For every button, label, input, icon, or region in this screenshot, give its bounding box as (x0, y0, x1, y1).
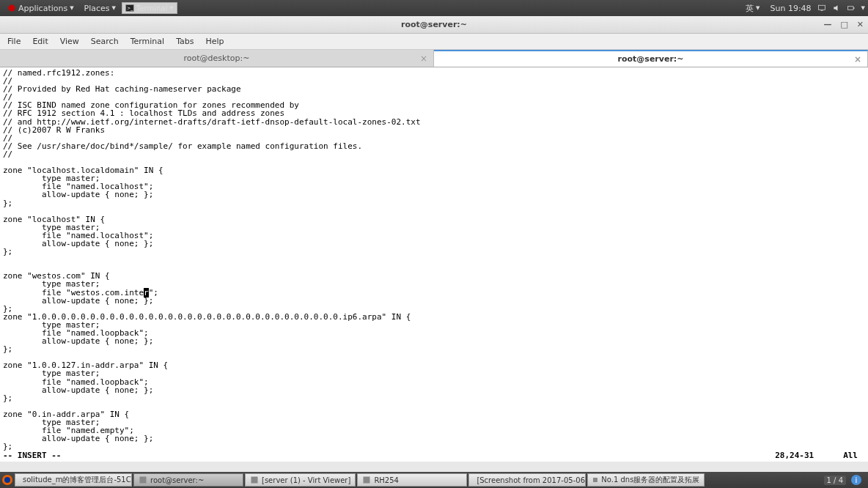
chevron-down-icon: ▼ (861, 5, 865, 11)
tab-label: root@server:~ (618, 54, 684, 64)
svg-text:i: i (856, 476, 858, 484)
svg-rect-14 (593, 478, 597, 482)
terminal-tabs: root@desktop:~×root@server:~× (0, 50, 868, 67)
menu-help[interactable]: Help (202, 35, 229, 48)
terminal-tab[interactable]: root@server:~× (434, 50, 868, 67)
chevron-down-icon: ▼ (112, 5, 116, 11)
terminal-icon (139, 476, 147, 484)
taskbar-item[interactable]: RH254 (357, 473, 467, 487)
vim-statusline: -- INSERT -- 28,24-31 All (0, 451, 868, 462)
svg-rect-11 (251, 477, 258, 484)
workspace-pager[interactable]: 1 / 4 (824, 476, 846, 485)
terminal-line: zone "1.0.0.127.in-addr.arpa" IN { (3, 361, 865, 369)
taskbar-item-label: RH254 (374, 476, 399, 484)
terminal-line: }; (3, 394, 865, 402)
vim-position: 28,24-31 (775, 451, 814, 462)
taskbar-item[interactable]: [server (1) - Virt Viewer] (245, 473, 356, 487)
terminal-line: allow-update { none; }; (3, 240, 865, 248)
terminal-line: zone "localhost" IN { (3, 215, 865, 223)
taskbar-item[interactable]: root@server:~ (133, 473, 243, 487)
tab-close-button[interactable]: × (420, 53, 427, 64)
terminal-line: type master; (3, 369, 865, 377)
terminal-line: }; (3, 199, 865, 207)
taskbar-item[interactable]: No.1 dns服务器的配置及拓展 (587, 473, 705, 487)
terminal-line: file "named.loopback"; (3, 378, 865, 386)
menu-view[interactable]: View (56, 35, 84, 48)
terminal-line: // named.rfc1912.zones: (3, 69, 865, 77)
taskbar-item-label: solitude_m的博客管理后台-51CT... (23, 475, 132, 485)
firefox-icon[interactable] (1, 474, 13, 486)
chevron-down-icon: ▼ (756, 5, 760, 11)
svg-text:>_: >_ (127, 5, 133, 11)
clock[interactable]: Sun 19:48 (770, 4, 811, 13)
vim-mode: -- INSERT -- (3, 451, 61, 462)
menu-terminal[interactable]: Terminal (126, 35, 169, 48)
gnome-topbar: Applications ▼ Places ▼ >_ Terminal ▼ 英 … (0, 0, 868, 16)
taskbar-item-label: No.1 dns服务器的配置及拓展 (601, 475, 699, 485)
minimize-button[interactable]: — (823, 20, 831, 29)
svg-point-8 (4, 477, 10, 483)
terminal-content[interactable]: // named.rfc1912.zones://// Provided by … (0, 67, 868, 462)
running-app-terminal[interactable]: >_ Terminal ▼ (122, 2, 177, 14)
terminal-line: allow-update { none; }; (3, 337, 865, 345)
ime-indicator[interactable]: 英 ▼ (741, 1, 764, 15)
svg-rect-3 (818, 5, 825, 10)
taskbar-item[interactable]: [Screenshot from 2017-05-06 1... (468, 473, 586, 487)
terminal-line: allow-update { none; }; (3, 297, 865, 305)
menu-file[interactable]: File (3, 35, 25, 48)
menu-tabs[interactable]: Tabs (172, 35, 198, 48)
terminal-line: // (c)2007 R W Franks (3, 126, 865, 134)
redhat-icon (7, 4, 16, 12)
terminal-line: zone "1.0.0.0.0.0.0.0.0.0.0.0.0.0.0.0.0.… (3, 313, 865, 321)
tab-close-button[interactable]: × (854, 54, 861, 64)
svg-point-0 (9, 5, 15, 12)
terminal-line: zone "westos.com" IN { (3, 272, 865, 280)
chevron-down-icon: ▼ (70, 5, 73, 11)
info-icon[interactable]: i (850, 474, 862, 486)
terminal-line (3, 264, 865, 272)
taskbar-item-label: root@server:~ (150, 476, 204, 484)
document-icon (592, 476, 598, 484)
terminal-line (3, 402, 865, 410)
folder-icon (362, 476, 371, 484)
terminal-line: zone "0.in-addr.arpa" IN { (3, 410, 865, 418)
taskbar-item-label: [server (1) - Virt Viewer] (262, 476, 350, 484)
terminal-line: // and http://www.ietf.org/internet-draf… (3, 118, 865, 126)
applications-menu[interactable]: Applications ▼ (3, 2, 78, 15)
terminal-line: // RFC 1912 section 4.1 : localhost TLDs… (3, 109, 865, 117)
maximize-button[interactable]: □ (840, 20, 847, 29)
svg-rect-10 (140, 477, 147, 484)
terminal-line: zone "localhost.localdomain" IN { (3, 166, 865, 174)
menu-search[interactable]: Search (87, 35, 123, 48)
places-menu[interactable]: Places ▼ (80, 2, 120, 15)
terminal-line: }; (3, 345, 865, 353)
gnome-taskbar: solitude_m的博客管理后台-51CT...root@server:~[s… (0, 472, 868, 488)
battery-icon[interactable] (847, 4, 856, 12)
svg-rect-6 (853, 7, 855, 9)
window-title: root@server:~ (401, 20, 467, 29)
terminal-line: // See /usr/share/doc/bind*/sample/ for … (3, 142, 865, 150)
screen-icon[interactable] (817, 4, 826, 12)
display-icon (250, 476, 259, 484)
close-button[interactable]: ✕ (857, 20, 864, 29)
terminal-line (3, 207, 865, 215)
tab-label: root@desktop:~ (184, 53, 250, 63)
terminal-line (3, 256, 865, 264)
terminal-menubar: FileEditViewSearchTerminalTabsHelp (0, 34, 868, 50)
terminal-line: allow-update { none; }; (3, 435, 865, 443)
chevron-down-icon: ▼ (169, 5, 173, 11)
menu-edit[interactable]: Edit (28, 35, 52, 48)
terminal-tab[interactable]: root@desktop:~× (0, 50, 434, 67)
terminal-icon: >_ (125, 4, 134, 12)
vim-percent: All (843, 451, 858, 462)
terminal-line: file "westos.com.inter"; (3, 289, 865, 297)
svg-rect-5 (847, 7, 853, 10)
window-titlebar[interactable]: root@server:~ — □ ✕ (0, 16, 868, 34)
taskbar-item[interactable]: solitude_m的博客管理后台-51CT... (15, 473, 132, 487)
taskbar-item-label: [Screenshot from 2017-05-06 1... (477, 476, 586, 484)
terminal-line: allow-update { none; }; (3, 191, 865, 199)
terminal-line: // (3, 150, 865, 158)
volume-icon[interactable] (832, 4, 841, 12)
svg-rect-12 (364, 477, 370, 484)
places-label: Places (84, 4, 110, 13)
